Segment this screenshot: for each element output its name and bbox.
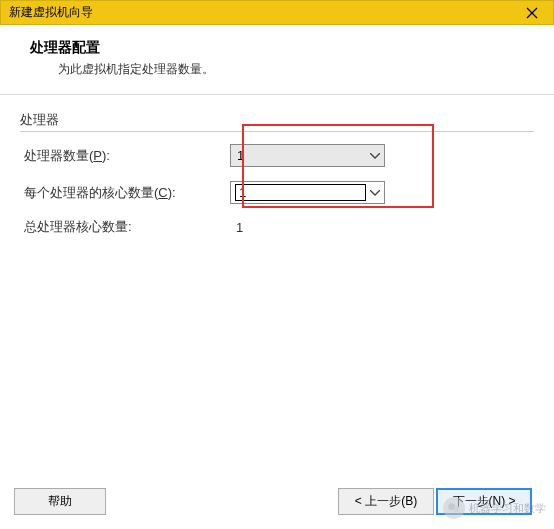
- help-button[interactable]: 帮助: [14, 488, 106, 515]
- window-title: 新建虚拟机向导: [9, 4, 93, 21]
- row-processor-count: 处理器数量(P): 1: [20, 144, 534, 167]
- select-processor-count[interactable]: 1: [230, 144, 385, 167]
- titlebar: 新建虚拟机向导: [0, 0, 554, 25]
- select-cores-per-processor[interactable]: 1: [230, 181, 385, 204]
- next-button[interactable]: 下一步(N) >: [436, 488, 532, 515]
- chevron-down-icon: [366, 190, 384, 196]
- page-subtitle: 为此虚拟机指定处理器数量。: [58, 61, 534, 78]
- wizard-footer: 帮助 < 上一步(B) 下一步(N) >: [0, 488, 554, 515]
- label-cores-per-processor: 每个处理器的核心数量(C):: [20, 184, 230, 202]
- label-processor-count: 处理器数量(P):: [20, 147, 230, 165]
- row-total-cores: 总处理器核心数量: 1: [20, 218, 534, 236]
- value-total-cores: 1: [230, 220, 385, 235]
- back-button[interactable]: < 上一步(B): [338, 488, 434, 515]
- row-cores-per-processor: 每个处理器的核心数量(C): 1: [20, 181, 534, 204]
- close-button[interactable]: [511, 1, 553, 24]
- chevron-down-icon: [366, 153, 384, 159]
- select-value: 1: [237, 148, 244, 163]
- close-icon: [526, 7, 538, 19]
- content-area: 处理器 处理器数量(P): 1 每个处理器的核心数量(C): 1 总处理器核心数…: [0, 95, 554, 443]
- page-title: 处理器配置: [30, 39, 534, 57]
- group-label: 处理器: [20, 111, 534, 129]
- select-value: 1: [235, 184, 366, 201]
- group-separator: [20, 131, 534, 132]
- label-total-cores: 总处理器核心数量:: [20, 218, 230, 236]
- wizard-header: 处理器配置 为此虚拟机指定处理器数量。: [0, 25, 554, 95]
